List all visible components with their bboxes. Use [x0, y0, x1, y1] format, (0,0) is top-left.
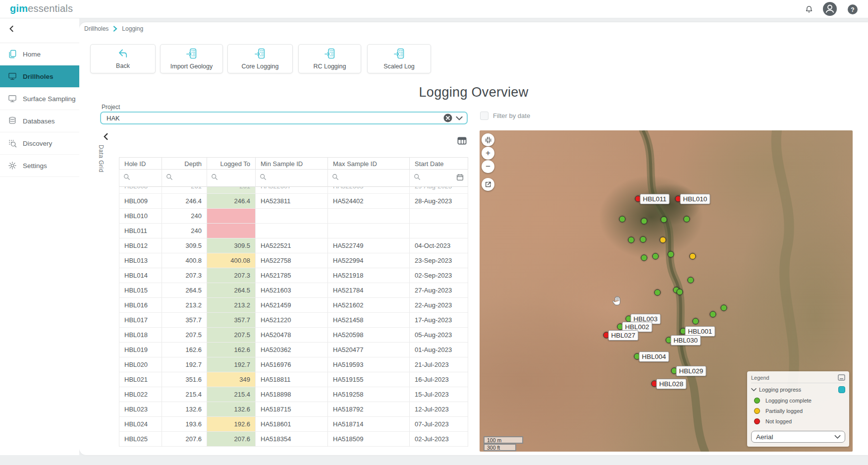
column-header-start-date[interactable]: Start Date	[410, 157, 468, 170]
notifications-button[interactable]	[803, 3, 815, 16]
clear-icon[interactable]	[443, 113, 453, 123]
help-button[interactable]: ?	[846, 3, 859, 16]
map-marker[interactable]	[693, 318, 699, 325]
scaled-log-button[interactable]: Scaled Log	[367, 44, 431, 73]
sidebar-item-surface-sampling[interactable]: Surface Sampling	[0, 88, 79, 110]
map-marker[interactable]	[641, 218, 648, 225]
sidebar-collapse-button[interactable]	[6, 23, 18, 35]
cell-max-sample-id: HA519155	[328, 372, 410, 387]
table-row[interactable]: HBL019162.6162.6HA520362HA52047701-Aug-2…	[119, 343, 468, 357]
column-header-hole-id[interactable]: Hole ID	[119, 157, 162, 170]
table-row[interactable]: HBL021351.6349HA518811HA51915516-Jul-202…	[119, 372, 468, 387]
table-row[interactable]: HBL022215.4215.4HA518898HA51925815-Jul-2…	[119, 387, 468, 402]
sidebar-item-home[interactable]: Home	[0, 43, 79, 65]
table-row[interactable]: HBL025207.6207.6HA518354HA51850902-Jul-2…	[119, 432, 468, 447]
column-filter-start-date[interactable]	[410, 170, 468, 187]
table-row[interactable]: HBL024193.6192.6HA518601HA51871407-Jul-2…	[119, 417, 468, 432]
cell-depth: 400.8	[162, 253, 207, 268]
map-marker[interactable]	[721, 305, 727, 311]
column-filter-min-sample-id[interactable]	[256, 170, 328, 187]
map-marker[interactable]	[688, 277, 694, 284]
map-marker-hbl002[interactable]: HBL002	[617, 324, 624, 330]
map-marker-hbl010[interactable]: HBL010	[675, 196, 682, 202]
table-row[interactable]: HBL018207.5207.5HA520478HA52059805-Aug-2…	[119, 328, 468, 343]
map-marker[interactable]	[628, 237, 635, 243]
map-marker-hbl004[interactable]: HBL004	[634, 353, 641, 360]
minimize-legend-icon[interactable]	[838, 374, 845, 381]
zoom-in-button[interactable]: +	[482, 147, 494, 160]
chevron-left-icon	[8, 25, 15, 32]
chevron-down-icon[interactable]	[455, 114, 464, 122]
table-row-clipped[interactable]: HBL008261261HA522607HA52266529-Aug-2023	[119, 187, 468, 194]
table-row[interactable]: HBL015264.5264.5HA521603HA52178427-Aug-2…	[119, 283, 468, 298]
table-row[interactable]: HBL023132.6132.6HA518715HA51879212-Jul-2…	[119, 402, 468, 417]
map-marker[interactable]	[690, 253, 696, 260]
cell-start-date: 02-Sep-2023	[410, 268, 468, 283]
map-marker[interactable]	[661, 217, 667, 223]
core-logging-button[interactable]: Core Logging	[227, 44, 293, 73]
map-marker-hbl030[interactable]: HBL030	[666, 337, 672, 344]
map-marker-hbl029[interactable]: HBL029	[671, 368, 678, 374]
map-marker[interactable]	[619, 216, 626, 223]
map-marker-hbl028[interactable]: HBL028	[651, 381, 658, 387]
map-marker[interactable]	[684, 216, 690, 223]
map-marker[interactable]	[710, 311, 716, 318]
basemap-select[interactable]: Aerial	[751, 431, 845, 443]
map-marker[interactable]	[668, 251, 674, 258]
table-row[interactable]: HBL011240	[119, 224, 468, 238]
table-row[interactable]: HBL020192.7192.7HA516976HA51959321-Jul-2…	[119, 357, 468, 372]
legend-group-chevron-icon[interactable]	[751, 388, 757, 392]
cell-start-date: 22-Aug-2023	[410, 298, 468, 313]
back-button[interactable]: Back	[90, 44, 156, 73]
map-marker[interactable]	[652, 253, 659, 260]
cell-depth: 240	[162, 224, 207, 238]
sidebar-item-drillholes[interactable]: Drillholes	[0, 65, 79, 88]
zoom-out-button[interactable]: −	[482, 160, 494, 173]
map-marker[interactable]	[654, 290, 661, 296]
table-row[interactable]: HBL012309.5309.5HA522521HA52274904-Oct-2…	[119, 238, 468, 253]
map-marker-hbl027[interactable]: HBL027	[603, 332, 610, 339]
table-row[interactable]: HBL010240	[119, 209, 468, 224]
rc-logging-button[interactable]: RC Logging	[298, 44, 361, 73]
table-row[interactable]: HBL014207.3207.3HA521785HA52191802-Sep-2…	[119, 268, 468, 283]
cell-max-sample-id: HA521784	[328, 283, 410, 298]
open-external-button[interactable]	[482, 178, 494, 191]
column-header-max-sample-id[interactable]: Max Sample ID	[328, 157, 410, 170]
filter-by-date-checkbox[interactable]	[480, 112, 488, 120]
layer-visibility-toggle[interactable]	[838, 386, 845, 393]
search-icon	[332, 174, 339, 182]
data-grid-collapse-button[interactable]	[101, 131, 111, 142]
sidebar-item-settings[interactable]: Settings	[0, 155, 79, 177]
map-marker[interactable]	[677, 289, 683, 295]
calendar-icon[interactable]	[456, 174, 464, 183]
column-header-min-sample-id[interactable]: Min Sample ID	[256, 157, 328, 170]
account-button[interactable]	[822, 1, 837, 16]
cell-logged-to: 207.6	[207, 432, 256, 447]
surface-sampling-icon	[7, 93, 18, 104]
column-filter-hole-id[interactable]	[119, 170, 162, 187]
import-geology-button[interactable]: Import Geology	[160, 44, 223, 73]
map-marker-hbl001[interactable]: HBL001	[680, 328, 687, 335]
table-row[interactable]: HBL016213.2213.2HA521459HA52160222-Aug-2…	[119, 298, 468, 313]
column-filter-max-sample-id[interactable]	[328, 170, 410, 187]
table-row[interactable]: HBL017357.7357.7HA521220HA52145817-Aug-2…	[119, 313, 468, 328]
map-marker[interactable]	[660, 237, 666, 243]
column-filter-depth[interactable]	[162, 170, 207, 187]
fit-extent-button[interactable]	[482, 133, 494, 146]
sidebar-item-discovery[interactable]: Discovery	[0, 132, 79, 155]
column-header-depth[interactable]: Depth	[162, 157, 207, 170]
breadcrumb-drillholes[interactable]: Drillholes	[84, 25, 108, 32]
map-marker[interactable]	[640, 236, 647, 243]
cell-logged-to: 192.7	[207, 357, 256, 372]
export-grid-button[interactable]	[456, 135, 468, 147]
map-marker-hbl011[interactable]: HBL011	[635, 196, 642, 202]
project-select[interactable]: HAK	[100, 112, 468, 124]
column-header-logged-to[interactable]: Logged To	[207, 157, 256, 170]
table-row[interactable]: HBL013400.8400.08HA522758HA52299423-Sep-…	[119, 253, 468, 268]
sidebar-item-databases[interactable]: Databases	[0, 110, 79, 132]
column-filter-logged-to[interactable]	[207, 170, 256, 187]
map-canvas[interactable]: + − HBL011HBL010HBL003HBL002HBL027HBL001…	[480, 130, 853, 452]
fit-extent-icon	[485, 136, 492, 144]
map-marker[interactable]	[641, 255, 648, 261]
table-row[interactable]: HBL009246.4246.4HA523811HA52440228-Aug-2…	[119, 194, 468, 209]
